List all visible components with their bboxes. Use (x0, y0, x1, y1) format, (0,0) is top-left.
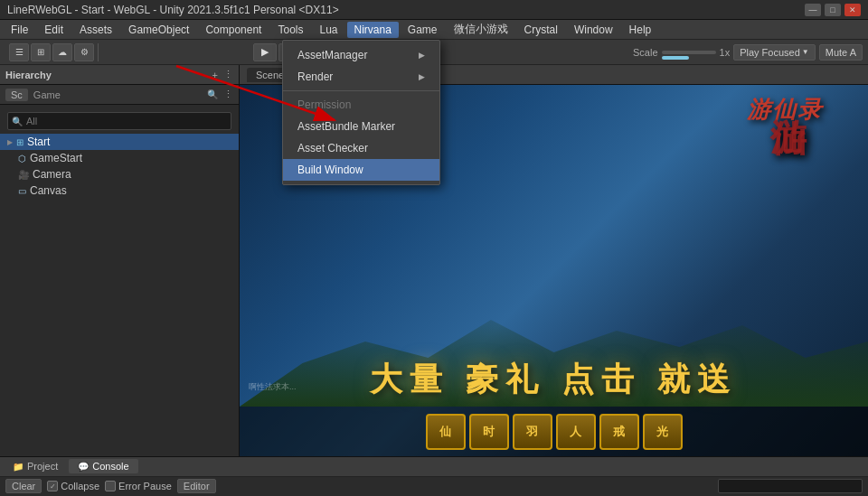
dropdown-item-permission: Permission (283, 94, 439, 116)
menu-window[interactable]: Window (567, 22, 620, 38)
title-controls: — □ ✕ (805, 4, 861, 16)
hierarchy-header: Hierarchy + ⋮ (0, 65, 239, 85)
dropdown-item-assetbundle-label: AssetBundle Marker (297, 120, 395, 133)
play-focused-label: Play Focused (740, 47, 800, 58)
hierarchy-search-row: 🔍 (0, 108, 239, 134)
canvas-icon: ▭ (18, 186, 26, 196)
submenu-arrow-icon-2: ▶ (419, 72, 425, 81)
clear-button[interactable]: Clear (5, 479, 42, 493)
menu-component[interactable]: Component (198, 22, 269, 38)
menu-bar: File Edit Assets GameObject Component To… (0, 20, 868, 40)
hierarchy-item-start-label: Start (27, 136, 50, 148)
toolbar-cloud[interactable]: ☁ (52, 43, 72, 61)
dropdown-item-permission-label: Permission (297, 98, 351, 111)
menu-file[interactable]: File (4, 22, 35, 38)
hierarchy-search-icon[interactable]: 🔍 (207, 89, 218, 99)
menu-gameobject[interactable]: GameObject (121, 22, 196, 38)
bottom-tab-console-label: Console (92, 461, 128, 472)
dropdown-item-render-label: Render (297, 70, 333, 83)
search-icon: 🔍 (12, 117, 23, 126)
menu-assets[interactable]: Assets (72, 22, 119, 38)
dropdown-item-assetbundle[interactable]: AssetBundle Marker (283, 116, 439, 137)
toolbar-btn-settings[interactable]: ⚙ (74, 43, 94, 61)
hierarchy-panel: Hierarchy + ⋮ Sc Game 🔍 ⋮ 🔍 ▶ ⊞ Start (0, 65, 240, 456)
hierarchy-item-start[interactable]: ▶ ⊞ Start (0, 134, 239, 150)
menu-game[interactable]: Game (401, 22, 445, 38)
console-search-input[interactable] (718, 479, 863, 493)
console-icon: 💬 (78, 462, 89, 472)
hierarchy-add-btn[interactable]: + (212, 70, 218, 80)
dropdown-item-assetchecker[interactable]: Asset Checker (283, 137, 439, 159)
bottom-tab-project[interactable]: 📁 Project (4, 459, 67, 473)
scene-tab-label[interactable]: Sc (5, 89, 28, 101)
hierarchy-item-canvas[interactable]: ▭ Canvas (0, 182, 239, 199)
game-icon-btn-0[interactable]: 仙 (426, 414, 466, 450)
maximize-button[interactable]: □ (825, 4, 841, 16)
collapse-label: Collapse (61, 481, 99, 491)
menu-lua[interactable]: Lua (312, 22, 344, 38)
submenu-arrow-icon: ▶ (419, 51, 425, 60)
dropdown-arrow-icon: ▼ (802, 48, 809, 56)
bottom-tabs: 📁 Project 💬 Console (0, 457, 868, 477)
menu-edit[interactable]: Edit (37, 22, 71, 38)
close-button[interactable]: ✕ (844, 4, 861, 16)
minimize-button[interactable]: — (805, 4, 821, 16)
dropdown-item-buildwindow[interactable]: Build Window (283, 159, 439, 181)
hierarchy-item-gamestart-label: GameStart (30, 152, 82, 164)
collapse-toggle[interactable]: ✓ Collapse (47, 481, 99, 491)
mute-label: Mute A (826, 47, 856, 58)
error-pause-label: Error Pause (118, 481, 172, 491)
hierarchy-scene-title: Game (33, 89, 61, 100)
menu-crystal[interactable]: Crystal (517, 22, 565, 38)
game-icon-btn-4[interactable]: 戒 (599, 414, 639, 450)
hierarchy-options-btn[interactable]: ⋮ (223, 89, 233, 100)
project-icon: 📁 (13, 462, 24, 472)
hierarchy-scene-header: Sc Game 🔍 ⋮ (0, 85, 239, 105)
game-banner-text: 大量 豪礼 点击 就送 (240, 358, 868, 402)
hierarchy-menu-btn[interactable]: ⋮ (223, 69, 233, 80)
toolbar-btn-1[interactable]: ☰ (9, 43, 29, 61)
error-pause-toggle[interactable]: Error Pause (105, 481, 172, 491)
hierarchy-item-gamestart[interactable]: ⬡ GameStart (0, 150, 239, 166)
game-icon-btn-5[interactable]: 光 (643, 414, 683, 450)
hierarchy-search-input[interactable] (26, 116, 227, 126)
hierarchy-content: 🔍 ▶ ⊞ Start ⬡ GameStart 🎥 Camera ▭ Canva… (0, 105, 239, 456)
collapse-checkbox-icon: ✓ (47, 481, 58, 491)
game-title-text: 游仙录 (747, 96, 823, 123)
hierarchy-item-camera[interactable]: 🎥 Camera (0, 166, 239, 182)
bottom-tab-console[interactable]: 💬 Console (69, 459, 137, 473)
dropdown-item-assetmanager-label: AssetManager (297, 49, 367, 61)
scale-slider[interactable] (662, 51, 716, 54)
toolbar-btn-2[interactable]: ⊞ (31, 43, 51, 61)
toolbar-left-group: ☰ ⊞ ☁ ⚙ (5, 43, 99, 61)
title-text: LineRWebGL - Start - WebGL - Unity 2021.… (7, 4, 339, 16)
menu-help[interactable]: Help (622, 22, 659, 38)
dropdown-item-buildwindow-label: Build Window (297, 164, 363, 176)
game-title-art: 游仙录 (747, 94, 823, 126)
mute-button[interactable]: Mute A (819, 44, 863, 61)
hierarchy-title: Hierarchy (5, 70, 52, 80)
play-focused-button[interactable]: Play Focused ▼ (733, 44, 816, 61)
game-calligraphy-art: 游仙 (764, 89, 814, 93)
menu-tools[interactable]: Tools (270, 22, 310, 38)
hierarchy-item-camera-label: Camera (33, 168, 71, 181)
game-icon-btn-3[interactable]: 人 (556, 414, 596, 450)
errorpause-checkbox-icon (105, 481, 116, 491)
bottom-tab-project-label: Project (27, 461, 58, 472)
scale-label: Scale (633, 47, 658, 58)
hierarchy-search-bar: 🔍 (7, 112, 231, 130)
hierarchy-item-canvas-label: Canvas (30, 184, 67, 197)
editor-button[interactable]: Editor (177, 479, 216, 493)
dropdown-item-assetmanager[interactable]: AssetManager ▶ (283, 44, 439, 66)
gameobj-icon: ⬡ (18, 154, 26, 164)
menu-nirvana[interactable]: Nirvana (347, 22, 399, 38)
game-small-note: 啊性法求本... (249, 381, 297, 393)
menu-wechat[interactable]: 微信小游戏 (447, 20, 515, 39)
game-icon-btn-1[interactable]: 时 (469, 414, 509, 450)
dropdown-item-assetchecker-label: Asset Checker (297, 142, 368, 154)
dropdown-item-render[interactable]: Render ▶ (283, 66, 439, 88)
right-toolbar: Scale 1x Play Focused ▼ Mute A (633, 44, 863, 61)
game-icon-btn-2[interactable]: 羽 (513, 414, 552, 450)
play-button[interactable]: ▶ (253, 43, 277, 61)
title-bar: LineRWebGL - Start - WebGL - Unity 2021.… (0, 0, 868, 20)
